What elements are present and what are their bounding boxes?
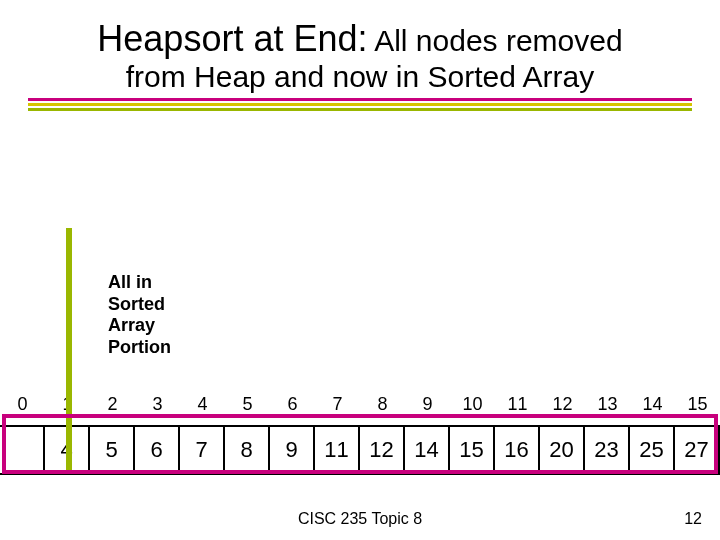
index-cell: 7	[315, 388, 360, 425]
index-cell: 5	[225, 388, 270, 425]
value-cell: 15	[450, 425, 495, 475]
value-cell: 5	[90, 425, 135, 475]
footer-page-number: 12	[684, 510, 702, 528]
title-underline	[28, 98, 692, 111]
index-cell: 12	[540, 388, 585, 425]
rule-green	[28, 108, 692, 111]
footer-topic: CISC 235 Topic 8	[0, 510, 720, 528]
value-cell: 25	[630, 425, 675, 475]
index-row: 0123456789101112131415	[0, 388, 720, 425]
index-cell: 10	[450, 388, 495, 425]
index-cell: 4	[180, 388, 225, 425]
value-cell: 6	[135, 425, 180, 475]
index-cell: 14	[630, 388, 675, 425]
array-table: 0123456789101112131415 45678911121415162…	[0, 388, 720, 475]
index-cell: 15	[675, 388, 720, 425]
index-cell: 11	[495, 388, 540, 425]
annotation-line-2: Sorted	[108, 294, 208, 316]
slide-title: Heapsort at End: All nodes removed from …	[0, 0, 720, 94]
index-cell: 3	[135, 388, 180, 425]
index-cell: 13	[585, 388, 630, 425]
value-cell: 16	[495, 425, 540, 475]
value-cell: 8	[225, 425, 270, 475]
value-cell: 14	[405, 425, 450, 475]
title-small-1: All nodes removed	[374, 24, 622, 57]
annotation-line-1: All in	[108, 272, 208, 294]
annotation-line-3: Array	[108, 315, 208, 337]
value-cell	[0, 425, 43, 475]
annotation-line-4: Portion	[108, 337, 208, 359]
title-strong: Heapsort at End:	[97, 18, 367, 59]
rule-yellow	[28, 103, 692, 106]
value-cell: 11	[315, 425, 360, 475]
value-cell: 23	[585, 425, 630, 475]
index-cell: 0	[0, 388, 45, 425]
title-line-2: from Heap and now in Sorted Array	[0, 60, 720, 94]
value-cell: 20	[540, 425, 585, 475]
rule-magenta	[28, 98, 692, 101]
value-row: 456789111214151620232527	[0, 425, 720, 475]
value-cell: 7	[180, 425, 225, 475]
value-cell: 12	[360, 425, 405, 475]
value-cell: 9	[270, 425, 315, 475]
value-cell: 27	[675, 425, 720, 475]
index-cell: 8	[360, 388, 405, 425]
title-line-1: Heapsort at End: All nodes removed	[0, 18, 720, 60]
index-cell: 6	[270, 388, 315, 425]
index-cell: 9	[405, 388, 450, 425]
heap-sorted-divider	[66, 228, 72, 472]
index-cell: 2	[90, 388, 135, 425]
sorted-portion-label: All in Sorted Array Portion	[108, 272, 208, 358]
